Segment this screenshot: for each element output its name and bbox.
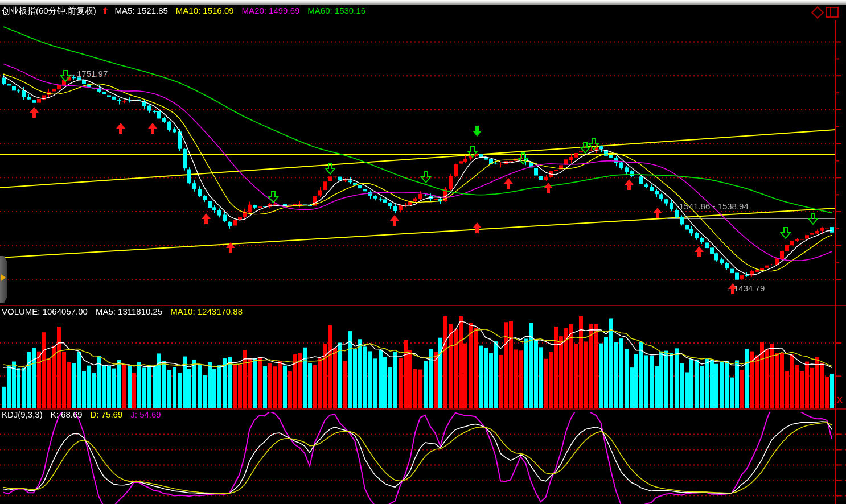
kdj-k-value: K: 68.69	[51, 410, 83, 419]
symbol-title: 创业板指(60分钟.前复权)	[2, 6, 96, 16]
volume-value: VOLUME: 1064057.00	[2, 307, 88, 316]
ma60-value: MA60: 1530.16	[307, 6, 365, 16]
volume-ma5-value: MA5: 1311810.25	[96, 307, 162, 316]
chart-canvas[interactable]	[0, 0, 846, 504]
volume-pane-header: VOLUME: 1064057.00 MA5: 1311810.25 MA10:…	[2, 307, 243, 316]
ma5-value: MA5: 1521.85	[114, 6, 167, 16]
panel-expand-handle[interactable]	[0, 256, 7, 303]
window-top-edge	[0, 0, 846, 5]
kdj-pane-header: KDJ(9,3,3) K: 68.69 D: 75.69 J: 54.69	[2, 410, 161, 419]
price-range-annotation: 1541.86 - 1538.94	[679, 201, 749, 211]
expand-right-triangle-icon	[1, 274, 6, 281]
high-price-annotation: ←1751.97	[68, 69, 108, 79]
split-window-icon[interactable]	[826, 7, 839, 18]
main-chart-header: 创业板指(60分钟.前复权) ⬆ MA5: 1521.85 MA10: 1516…	[2, 6, 365, 16]
split-window-icon-divider	[830, 8, 831, 16]
up-arrow-icon: ⬆	[102, 6, 109, 16]
ma20-value: MA20: 1499.69	[242, 6, 300, 16]
kdj-title: KDJ(9,3,3)	[2, 410, 43, 419]
axis-x-label: X	[837, 395, 843, 404]
volume-ma10-value: MA10: 1243170.88	[170, 307, 243, 316]
low-price-annotation: ←1434.79	[725, 283, 765, 293]
ma10-value: MA10: 1516.09	[176, 6, 234, 16]
trading-app-window: 创业板指(60分钟.前复权) ⬆ MA5: 1521.85 MA10: 1516…	[0, 0, 846, 504]
kdj-d-value: D: 75.69	[91, 410, 123, 419]
kdj-j-value: J: 54.69	[130, 410, 161, 419]
